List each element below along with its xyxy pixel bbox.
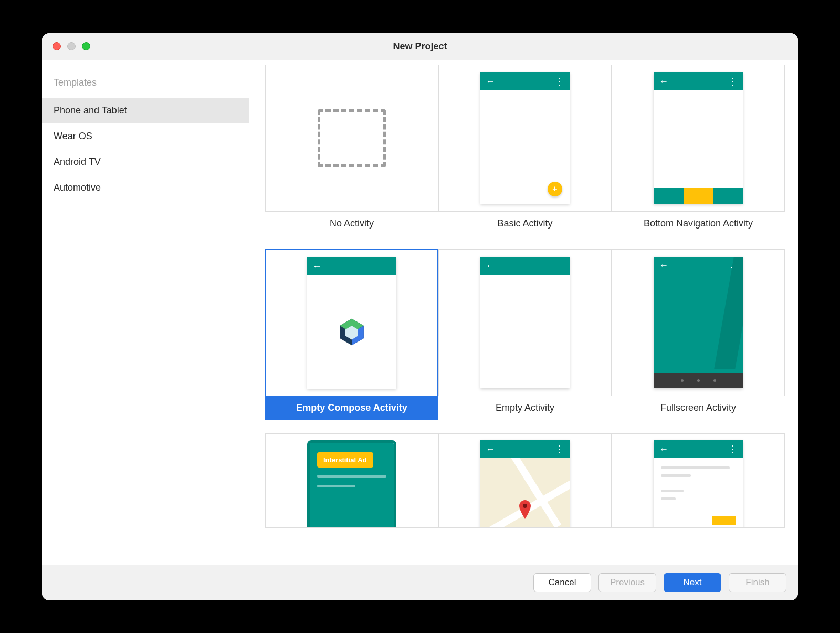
- overflow-menu-icon: ⋮: [728, 77, 738, 86]
- main-area: Templates Phone and Tablet Wear OS Andro…: [42, 60, 798, 565]
- template-preview: ←: [265, 249, 438, 396]
- template-label: Empty Activity: [438, 396, 612, 420]
- back-arrow-icon: ←: [659, 444, 668, 454]
- system-nav-bar-icon: [654, 373, 743, 388]
- template-label: Basic Activity: [438, 212, 612, 235]
- bottom-nav-icon: [654, 188, 743, 204]
- dialog-footer: Cancel Previous Next Finish: [42, 565, 798, 600]
- template-login-activity[interactable]: ← ⋮: [612, 433, 785, 528]
- back-arrow-icon: ←: [659, 77, 668, 86]
- template-bottom-navigation-activity[interactable]: ← ⋮ Bottom Navigation Activity: [612, 65, 785, 235]
- back-arrow-icon: ←: [486, 77, 495, 86]
- fab-add-icon: +: [548, 182, 562, 196]
- template-fullscreen-activity[interactable]: ← ⛶ Fullscreen Activity: [612, 249, 785, 420]
- map-preview-icon: [480, 458, 570, 528]
- template-preview: ← ⋮ +: [438, 65, 612, 212]
- template-preview: ← ⋮: [438, 433, 612, 528]
- back-arrow-icon: ←: [486, 261, 495, 271]
- template-label: Bottom Navigation Activity: [612, 212, 785, 235]
- sidebar-header: Templates: [42, 71, 249, 98]
- sidebar-item-automotive[interactable]: Automotive: [42, 175, 249, 201]
- overflow-menu-icon: ⋮: [555, 444, 564, 454]
- sidebar-item-android-tv[interactable]: Android TV: [42, 149, 249, 175]
- dashed-placeholder-icon: [318, 109, 386, 167]
- template-preview: ← ⋮: [612, 433, 785, 528]
- titlebar: New Project: [42, 33, 798, 60]
- template-preview: Interstitial Ad: [265, 433, 438, 528]
- traffic-lights: [52, 42, 90, 50]
- minimize-window-button[interactable]: [67, 42, 76, 50]
- zoom-window-button[interactable]: [82, 42, 90, 50]
- sidebar-item-wear-os[interactable]: Wear OS: [42, 123, 249, 149]
- template-preview: ← ⛶: [612, 249, 785, 396]
- template-label: Fullscreen Activity: [612, 396, 785, 420]
- interstitial-ad-badge: Interstitial Ad: [317, 452, 373, 468]
- new-project-dialog: New Project Templates Phone and Tablet W…: [42, 33, 798, 600]
- template-label: No Activity: [265, 212, 438, 235]
- window-title: New Project: [393, 41, 447, 52]
- next-button[interactable]: Next: [664, 573, 721, 592]
- primary-action-icon: [712, 516, 736, 525]
- jetpack-compose-icon: [336, 316, 368, 348]
- map-pin-icon: [518, 500, 532, 521]
- overflow-menu-icon: ⋮: [555, 77, 564, 86]
- template-gallery: No Activity ← ⋮ + Basic: [249, 60, 798, 565]
- template-basic-activity[interactable]: ← ⋮ + Basic Activity: [438, 65, 612, 235]
- template-admob-activity[interactable]: Interstitial Ad: [265, 433, 438, 528]
- sidebar-item-phone-tablet[interactable]: Phone and Tablet: [42, 98, 249, 123]
- template-preview: [265, 65, 438, 212]
- finish-button[interactable]: Finish: [729, 573, 786, 592]
- back-arrow-icon: ←: [312, 262, 322, 271]
- template-no-activity[interactable]: No Activity: [265, 65, 438, 235]
- close-window-button[interactable]: [52, 42, 61, 50]
- overflow-menu-icon: ⋮: [728, 444, 738, 454]
- template-empty-activity[interactable]: ← Empty Activity: [438, 249, 612, 420]
- back-arrow-icon: ←: [659, 260, 668, 271]
- template-maps-activity[interactable]: ← ⋮: [438, 433, 612, 528]
- back-arrow-icon: ←: [486, 444, 495, 454]
- template-label: Empty Compose Activity: [265, 396, 438, 420]
- svg-point-4: [523, 504, 527, 508]
- template-preview: ← ⋮: [612, 65, 785, 212]
- previous-button[interactable]: Previous: [598, 573, 656, 592]
- template-empty-compose-activity[interactable]: ← Empty Compose Activity: [265, 249, 438, 420]
- sidebar: Templates Phone and Tablet Wear OS Andro…: [42, 60, 249, 565]
- cancel-button[interactable]: Cancel: [533, 573, 591, 592]
- template-preview: ←: [438, 249, 612, 396]
